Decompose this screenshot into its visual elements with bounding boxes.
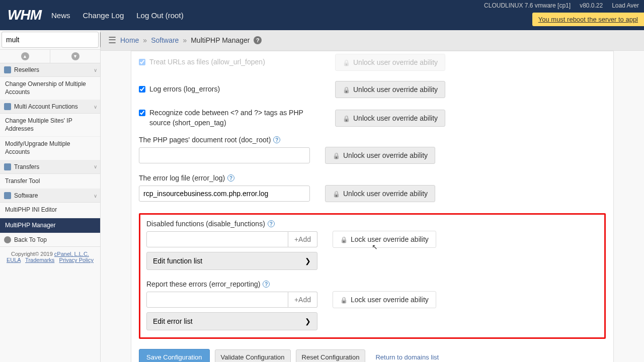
- server-info: CLOUDLINUX 7.6 vmware [cp1] v80.0.22 Loa…: [479, 0, 644, 11]
- chevron-down-icon: ∨: [94, 67, 97, 73]
- short-open-tag-label: Recognize code between <? and ?> tags as…: [149, 108, 320, 128]
- menu-icon[interactable]: ☰: [108, 35, 116, 46]
- chevron-right-icon: ❯: [305, 257, 311, 265]
- reset-configuration-button[interactable]: Reset Configuration: [296, 349, 366, 362]
- highlighted-section: Disabled functions (disable_functions)? …: [139, 213, 606, 339]
- back-top-icon: [4, 236, 11, 243]
- help-icon[interactable]: ?: [227, 174, 234, 182]
- search-next-button[interactable]: ▼: [50, 50, 100, 63]
- unlock-log-errors-button[interactable]: Unlock user override ability: [335, 81, 445, 98]
- help-icon[interactable]: ?: [273, 136, 280, 143]
- error-log-input[interactable]: [139, 186, 310, 202]
- allow-url-fopen-checkbox[interactable]: [139, 59, 145, 65]
- validate-configuration-button[interactable]: Validate Configuration: [215, 349, 291, 362]
- disable-functions-input[interactable]: [146, 231, 288, 247]
- lock-icon: [340, 235, 348, 243]
- nav-changelog[interactable]: Change Log: [83, 11, 124, 20]
- unlock-error-log-button[interactable]: Unlock user override ability: [325, 185, 435, 202]
- resellers-icon: [4, 66, 11, 73]
- lock-icon: [340, 296, 348, 304]
- lock-icon: [343, 114, 350, 122]
- sidebar-item-multiphp-manager[interactable]: MultiPHP Manager: [0, 218, 100, 234]
- unlock-short-open-button[interactable]: Unlock user override ability: [335, 110, 445, 127]
- disable-functions-label: Disabled functions (disable_functions): [146, 220, 265, 228]
- lock-icon: [333, 151, 340, 159]
- sidebar-back-to-top[interactable]: Back To Top: [0, 233, 100, 247]
- nav-news[interactable]: News: [51, 11, 70, 20]
- help-icon[interactable]: ?: [254, 36, 262, 44]
- sidebar-section-software[interactable]: Software ∨: [0, 189, 100, 203]
- chevron-down-icon: ∨: [94, 193, 97, 199]
- trademarks-link[interactable]: Trademarks: [25, 257, 54, 263]
- error-log-label: The error log file (error_log): [139, 174, 225, 182]
- transfers-icon: [4, 163, 11, 170]
- sidebar-item-modify-upgrade[interactable]: Modify/Upgrade Multiple Accounts: [0, 137, 100, 160]
- lock-icon: [343, 85, 350, 94]
- nav-logout[interactable]: Log Out (root): [136, 11, 183, 20]
- log-errors-label: Log errors (log_errors): [149, 84, 220, 95]
- breadcrumb: ☰ Home » Software » MultiPHP Manager ?: [101, 30, 644, 51]
- sidebar-section-resellers[interactable]: Resellers ∨: [0, 63, 100, 77]
- sidebar-section-transfers[interactable]: Transfers ∨: [0, 160, 100, 174]
- add-function-button[interactable]: +Add: [288, 231, 317, 247]
- edit-function-list-button[interactable]: Edit function list❯: [146, 252, 317, 270]
- chevron-down-icon: ∨: [94, 164, 97, 169]
- footer-buttons: Save Configuration Validate Configuratio…: [139, 343, 606, 362]
- logo: WHM: [8, 7, 41, 23]
- search-input[interactable]: [2, 32, 99, 48]
- help-icon[interactable]: ?: [268, 220, 275, 227]
- lock-icon: [333, 190, 340, 198]
- edit-error-list-button[interactable]: Edit error list❯: [146, 312, 317, 330]
- sidebar-footer: Copyright© 2019 cPanel, L.L.C. EULA Trad…: [0, 247, 100, 267]
- lock-error-reporting-button[interactable]: Lock user override ability: [333, 291, 436, 308]
- software-icon: [4, 192, 11, 199]
- version-info: v80.0.22: [580, 2, 603, 9]
- help-icon[interactable]: ?: [263, 281, 270, 288]
- sidebar-item-multiphp-ini[interactable]: MultiPHP INI Editor: [0, 203, 100, 218]
- add-error-button[interactable]: +Add: [288, 292, 317, 308]
- multi-account-icon: [4, 103, 11, 110]
- main: ☰ Home » Software » MultiPHP Manager ? T…: [101, 30, 644, 362]
- error-reporting-input[interactable]: [146, 292, 288, 308]
- unlock-doc-root-button[interactable]: Unlock user override ability: [325, 147, 435, 164]
- log-errors-checkbox[interactable]: [139, 86, 145, 93]
- os-info: CLOUDLINUX 7.6 vmware [cp1]: [484, 2, 571, 9]
- return-to-domains-link[interactable]: Return to domains list: [370, 349, 444, 362]
- bc-current: MultiPHP Manager: [191, 36, 250, 44]
- sidebar-section-multi-account[interactable]: Multi Account Functions ∨: [0, 100, 100, 114]
- error-reporting-label: Report these errors (error_reporting): [146, 280, 260, 288]
- sidebar: ✕ ▲ ▼ Resellers ∨ Change Ownership of Mu…: [0, 30, 101, 362]
- doc-root-input[interactable]: [139, 147, 310, 163]
- bc-software[interactable]: Software: [151, 36, 179, 44]
- cpanel-link[interactable]: cPanel, L.L.C.: [54, 251, 89, 257]
- sidebar-item-change-ownership[interactable]: Change Ownership of Multiple Accounts: [0, 77, 100, 100]
- reboot-banner[interactable]: You must reboot the server to appl: [532, 13, 644, 26]
- load-info: Load Aver: [612, 2, 639, 9]
- sidebar-item-transfer-tool[interactable]: Transfer Tool: [0, 174, 100, 190]
- content-panel: Treat URLs as files (allow_url_fopen) Un…: [131, 51, 614, 362]
- eula-link[interactable]: EULA: [7, 257, 21, 263]
- bc-home[interactable]: Home: [120, 36, 139, 44]
- sidebar-item-change-ip[interactable]: Change Multiple Sites' IP Addresses: [0, 114, 100, 137]
- save-configuration-button[interactable]: Save Configuration: [139, 349, 210, 362]
- privacy-link[interactable]: Privacy Policy: [59, 257, 94, 263]
- allow-url-fopen-label: Treat URLs as files (allow_url_fopen): [149, 57, 265, 67]
- topbar: WHM News Change Log Log Out (root) CLOUD…: [0, 0, 644, 30]
- lock-disable-functions-button[interactable]: Lock user override ability: [333, 231, 436, 248]
- doc-root-label: The PHP pages' document root (doc_root): [139, 136, 271, 144]
- top-nav: News Change Log Log Out (root): [51, 11, 184, 20]
- search-prev-button[interactable]: ▲: [0, 50, 50, 63]
- chevron-down-icon: ∨: [94, 104, 97, 110]
- chevron-right-icon: ❯: [305, 317, 311, 325]
- short-open-tag-checkbox[interactable]: [139, 110, 145, 116]
- lock-icon: [343, 58, 350, 66]
- unlock-url-fopen-button[interactable]: Unlock user override ability: [335, 54, 445, 71]
